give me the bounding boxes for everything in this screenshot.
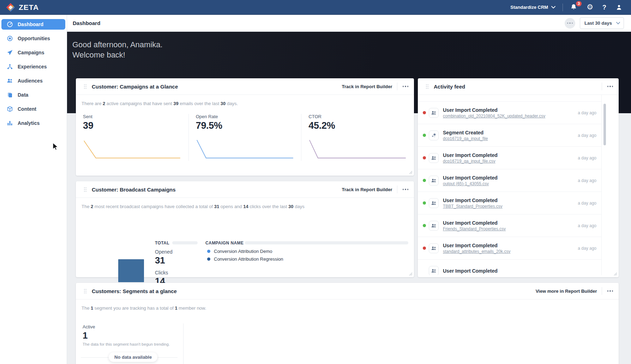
activity-feed-card: Activity feed User Import Completed comb… (418, 78, 619, 277)
track-report-builder-link[interactable]: Track in Report Builder (342, 187, 392, 192)
view-more-report-builder-link[interactable]: View more in Report Builder (536, 289, 597, 294)
status-dot (423, 269, 426, 272)
drag-handle-icon[interactable] (84, 84, 87, 89)
sidebar-item-analytics[interactable]: Analytics (1, 118, 65, 128)
activity-feed-row: User Import Completed Friends_Standard_P… (418, 214, 601, 237)
activity-feed-row: User Import Completed standard_attribute… (418, 237, 601, 259)
broadcast-campaigns-card: Customer: Broadcast Campaigns Track in R… (76, 181, 414, 277)
header-divider (602, 83, 602, 90)
stats-row: Sent 39 Open Rate 79.5% CTOR 45.2% (76, 114, 414, 161)
header-pill (172, 241, 198, 244)
feed-item-link[interactable]: standard_attributes_emails_20k.csv (443, 249, 510, 254)
brand-name: ZETA (19, 3, 39, 12)
flow-icon (7, 63, 13, 70)
navbar-divider (563, 4, 563, 11)
drag-handle-icon[interactable] (84, 289, 87, 294)
status-dot (423, 134, 426, 137)
users-icon (431, 245, 437, 251)
legend-item: Conversion Attribution Demo (207, 249, 272, 254)
users-icon (431, 155, 437, 161)
activity-feed-row: User Import Completed TBBT_Standard_Prop… (418, 192, 601, 214)
page-header: Dashboard Last 30 days (67, 15, 631, 32)
card-title: Activity feed (434, 84, 465, 90)
feed-item-time: a day ago (578, 201, 596, 206)
sidebar-item-campaigns[interactable]: Campaigns (1, 47, 65, 58)
sidebar-item-experiences[interactable]: Experiences (1, 61, 65, 72)
feed-item-icon (429, 176, 439, 186)
sidebar-label: Content (18, 106, 36, 112)
workspace-name: Standardize CRM (510, 5, 548, 10)
feed-item-time: a day ago (578, 110, 596, 115)
trend-note: The data for this segment hasn't begun t… (83, 342, 170, 346)
sent-sparkline (83, 138, 181, 161)
header-divider (397, 83, 397, 90)
active-value: 1 (83, 330, 170, 341)
drag-handle-icon[interactable] (426, 84, 429, 89)
feed-item-link[interactable]: dcp16719_qa_input_file (443, 136, 488, 141)
help-button[interactable]: ? (602, 4, 606, 11)
card-menu-button[interactable] (607, 84, 614, 89)
drag-handle-icon[interactable] (84, 187, 87, 192)
sidebar-label: Dashboard (18, 22, 43, 27)
target-icon (7, 35, 13, 42)
resize-handle[interactable] (409, 171, 413, 174)
resize-handle[interactable] (614, 272, 617, 276)
gauge-icon (7, 21, 13, 28)
feed-item-icon (429, 131, 439, 140)
card-title: Customer: Campaigns at a Glance (92, 84, 178, 90)
feed-item-title: Segment Created (443, 130, 488, 135)
chevron-down-icon (551, 6, 555, 8)
sidebar-label: Analytics (18, 120, 40, 126)
bar-chart-icon (7, 120, 13, 126)
feed-item-link[interactable]: TBBT_Standard_Properties.csv (443, 204, 503, 209)
date-range-dropdown[interactable]: Last 30 days (580, 17, 624, 29)
segments-glance-card: Customers: Segments at a glance View mor… (76, 283, 619, 364)
feed-item-link[interactable]: output (65)-1_43055.csv (443, 181, 498, 186)
feed-item-link[interactable]: Friends_Standard_Properties.csv (443, 226, 506, 231)
notification-badge: 3 (576, 1, 582, 6)
workspace-selector[interactable]: Standardize CRM (510, 5, 555, 10)
activity-feed-row: Segment Created dcp16719_qa_input_file a… (418, 124, 601, 146)
settings-button[interactable]: ⚙ (587, 4, 593, 11)
notifications-button[interactable]: 3 (570, 4, 577, 11)
profile-button[interactable] (615, 4, 623, 11)
feed-item-time: a day ago (578, 246, 596, 251)
card-menu-button[interactable] (402, 84, 409, 89)
header-divider (397, 186, 397, 193)
status-dot (423, 156, 426, 159)
users-icon (431, 200, 437, 206)
card-menu-button[interactable] (402, 187, 409, 192)
feed-item-time: a day ago (578, 133, 596, 138)
top-navbar: ZETA Standardize CRM 3 ⚙ ? (0, 0, 631, 15)
feed-item-icon (429, 243, 439, 253)
sidebar-item-audiences[interactable]: Audiences (1, 75, 65, 86)
active-label: Active (83, 324, 170, 329)
header-divider (602, 287, 602, 295)
feed-item-link[interactable]: dcp16719_qa_input_file.csv (443, 159, 498, 164)
column-divider (183, 323, 184, 364)
track-report-builder-link[interactable]: Track in Report Builder (342, 84, 392, 89)
sidebar-item-dashboard[interactable]: Dashboard (1, 19, 65, 30)
sidebar-label: Opportunities (18, 36, 50, 41)
feed-item-time: a day ago (578, 178, 596, 183)
resize-handle[interactable] (409, 272, 413, 276)
sidebar-item-opportunities[interactable]: Opportunities (1, 33, 65, 44)
activity-feed-row: User Import Completed output (65)-1_4305… (418, 169, 601, 192)
card-menu-button[interactable] (607, 289, 614, 293)
feed-item-time: a day ago (578, 156, 596, 160)
card-summary: The 1 segment you are tracking has a tot… (82, 305, 613, 311)
opened-value: 31 (155, 255, 165, 266)
broadcast-chart: TOTAL Opened 31 Clicks 14 CAMPAIGN NAME … (76, 209, 414, 288)
feed-item-icon (429, 221, 439, 231)
feed-item-link[interactable]: combination_old_20210804_52K_updated_hea… (443, 114, 545, 119)
scrollbar-thumb[interactable] (603, 104, 606, 145)
zeta-diamond-icon (6, 2, 16, 12)
sidebar-item-data[interactable]: Data (1, 90, 65, 100)
stat-open-rate: Open Rate 79.5% (188, 114, 301, 161)
feed-item-icon (429, 108, 439, 118)
page-more-button[interactable] (565, 18, 575, 29)
sidebar-item-content[interactable]: Content (1, 104, 65, 114)
documents-icon (7, 92, 13, 98)
feed-item-time: a day ago (578, 223, 596, 228)
sidebar-label: Audiences (18, 78, 43, 84)
